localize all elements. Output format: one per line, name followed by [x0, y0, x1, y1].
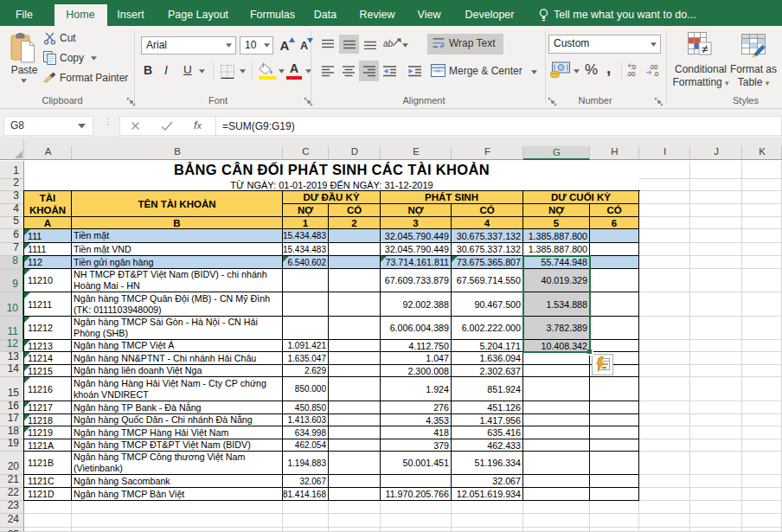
- svg-text:.00: .00: [626, 70, 635, 77]
